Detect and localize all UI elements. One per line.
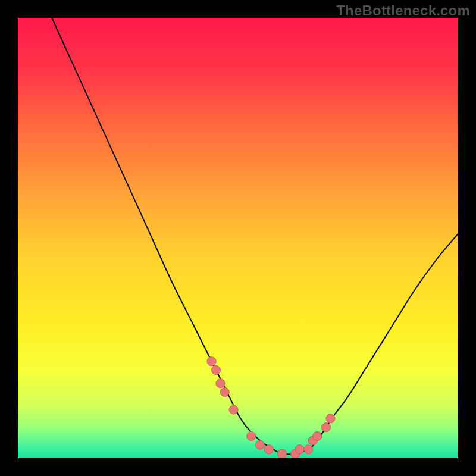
- curve-marker: [326, 414, 335, 423]
- curve-marker: [295, 445, 304, 454]
- curve-marker: [304, 445, 313, 454]
- chart-frame: TheBottleneck.com: [0, 0, 476, 476]
- curve-marker: [207, 357, 216, 366]
- curve-marker: [229, 405, 238, 414]
- bottleneck-curve-chart: [0, 0, 476, 476]
- curve-marker: [313, 432, 322, 441]
- curve-marker: [278, 449, 287, 458]
- plot-background: [18, 18, 458, 458]
- curve-marker: [247, 432, 256, 441]
- watermark-text: TheBottleneck.com: [336, 2, 470, 19]
- curve-marker: [216, 379, 225, 388]
- curve-marker: [256, 440, 265, 449]
- curve-marker: [212, 366, 221, 375]
- curve-marker: [220, 388, 229, 397]
- curve-marker: [264, 445, 273, 454]
- curve-marker: [322, 423, 331, 432]
